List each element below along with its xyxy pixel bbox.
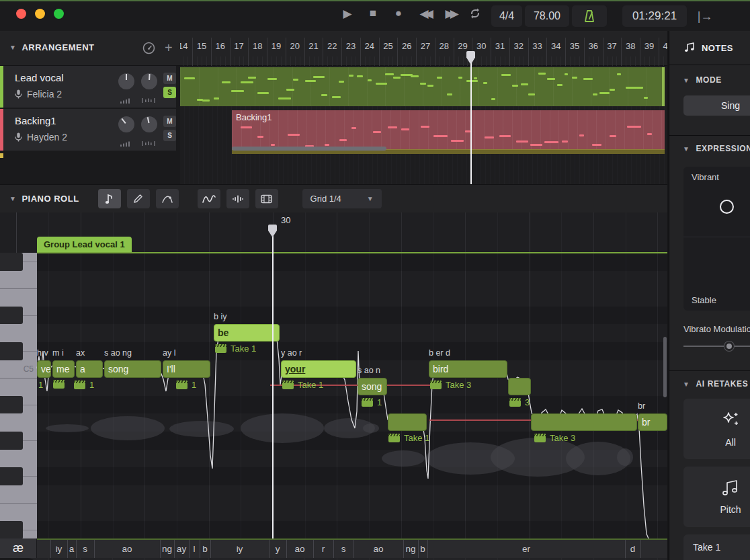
time-signature-display[interactable]: 4/4 [491, 5, 522, 27]
phoneme-segment[interactable]: ao [122, 544, 132, 554]
phoneme-boundary[interactable] [269, 540, 269, 559]
record-icon[interactable]: ● [390, 5, 407, 22]
go-to-end-icon[interactable]: |→ [694, 5, 716, 27]
phoneme-boundary[interactable] [200, 540, 200, 559]
slider-handle[interactable] [724, 342, 734, 351]
bar-number[interactable]: 33 [532, 41, 542, 51]
tempo-display[interactable]: 78.00 [525, 5, 569, 27]
take-label[interactable]: 3 [509, 397, 530, 407]
note-a[interactable]: a [76, 360, 103, 378]
take-label[interactable]: Take 1 [282, 380, 323, 390]
lead-vocal-clip[interactable] [180, 67, 665, 106]
phoneme-segment[interactable]: ao [294, 544, 304, 554]
phoneme-label[interactable]: ax [76, 348, 85, 358]
phoneme-segment[interactable]: y [276, 544, 280, 554]
phoneme-boundary[interactable] [427, 540, 428, 559]
pitch-curve-view-button[interactable] [198, 189, 220, 208]
solo-button[interactable]: S [163, 87, 176, 98]
close-window-button[interactable] [16, 9, 26, 19]
track-lead-vocal[interactable]: Lead vocal Felicia 2 M S [0, 66, 176, 108]
bar-number[interactable]: 15 [197, 41, 206, 51]
maximize-window-button[interactable] [54, 9, 64, 19]
bar-number[interactable]: 40 [663, 41, 667, 51]
timeline-ruler[interactable]: 1415161718192021222324252627282930313233… [180, 31, 667, 66]
bar-number[interactable]: 16 [216, 41, 225, 51]
mode-sing-button[interactable]: Sing [683, 95, 750, 116]
phoneme-timeline[interactable]: iyasaongaylbiyyaorsaongberd [0, 538, 667, 558]
volume-knob[interactable] [118, 73, 134, 89]
pencil-tool-button[interactable] [127, 189, 150, 208]
ai-retakes-section-toggle[interactable]: ▼ AI RETAKES [669, 379, 748, 389]
phoneme-segment[interactable]: d [630, 544, 636, 554]
phoneme-segment[interactable]: s [341, 544, 346, 554]
mute-button[interactable]: M [163, 73, 176, 84]
bar-number[interactable]: 18 [253, 41, 262, 51]
phoneme-boundary[interactable] [640, 540, 641, 559]
phoneme-boundary[interactable] [50, 540, 51, 559]
phoneme-label[interactable]: m i [52, 348, 64, 358]
expression-xy-pad[interactable]: Vibrant Stable [683, 167, 750, 311]
take-label[interactable]: Take 1 [215, 344, 256, 354]
note-I'll[interactable]: I'll [163, 360, 210, 378]
video-view-button[interactable] [255, 189, 278, 208]
loop-icon[interactable] [467, 5, 483, 22]
note-song[interactable]: song [104, 360, 161, 378]
phoneme-segment[interactable]: ay [177, 544, 186, 554]
phoneme-segment[interactable]: l [194, 544, 196, 554]
note-be[interactable]: be [214, 324, 280, 342]
tempo-map-icon[interactable] [142, 42, 155, 57]
bar-number[interactable]: 37 [607, 41, 616, 51]
backing1-clip[interactable]: Backing1 [232, 110, 665, 149]
phoneme-segment[interactable]: b [420, 544, 425, 554]
phoneme-label[interactable]: h v [37, 348, 48, 358]
phoneme-boundary[interactable] [94, 540, 95, 559]
phoneme-label[interactable]: s ao n [358, 366, 380, 375]
bar-number[interactable]: 32 [514, 41, 524, 51]
rewind-icon[interactable]: ◀◀ [416, 5, 432, 22]
phoneme-segment[interactable]: r [322, 544, 325, 554]
metronome-toggle[interactable] [572, 5, 607, 27]
bar-number[interactable]: 23 [346, 41, 356, 51]
bar-number[interactable]: 39 [644, 41, 654, 51]
take-label[interactable]: Take 3 [534, 433, 575, 443]
take-label[interactable]: 1 [74, 380, 94, 390]
note-ve[interactable]: ve [37, 360, 51, 378]
take-label[interactable]: Take 3 [430, 380, 471, 390]
bar-number[interactable]: 25 [383, 41, 392, 51]
note-rest[interactable] [531, 413, 637, 431]
phoneme-boundary[interactable] [67, 540, 68, 559]
phoneme-boundary[interactable] [160, 540, 161, 559]
expression-section-toggle[interactable]: ▼ EXPRESSION [669, 144, 750, 153]
phoneme-boundary[interactable] [625, 540, 626, 559]
pan-knob[interactable] [141, 116, 157, 132]
phoneme-segment[interactable]: iy [237, 544, 243, 554]
vibrato-modulation-slider[interactable] [683, 342, 750, 351]
note-me[interactable]: me [52, 360, 75, 378]
phoneme-segment[interactable]: ng [405, 544, 415, 554]
phoneme-boundary[interactable] [76, 540, 77, 559]
pan-knob[interactable] [141, 73, 157, 89]
ai-retake-pitch-button[interactable]: Pitch [683, 467, 750, 527]
note-tool-button[interactable] [98, 189, 121, 208]
phoneme-segment[interactable]: b [202, 544, 208, 554]
phoneme-boundary[interactable] [313, 540, 314, 559]
play-icon[interactable]: ▶ [339, 5, 356, 22]
mute-button[interactable]: M [163, 116, 176, 127]
take-label[interactable]: Take 1 [388, 433, 429, 443]
bar-number[interactable]: 20 [290, 41, 300, 51]
fast-forward-icon[interactable]: ▶▶ [442, 5, 458, 22]
bar-number[interactable]: 36 [589, 41, 598, 51]
phoneme-segment[interactable]: er [522, 544, 530, 554]
bar-number[interactable]: 19 [272, 41, 281, 51]
note-br[interactable]: br [638, 413, 667, 431]
phoneme-label[interactable]: br [638, 401, 645, 411]
minimize-window-button[interactable] [35, 9, 45, 19]
phoneme-label[interactable]: s ao ng [104, 348, 132, 358]
note-song[interactable]: song [358, 378, 387, 395]
note-rest[interactable] [388, 413, 427, 431]
phoneme-boundary[interactable] [189, 540, 190, 559]
phoneme-label[interactable]: b iy [214, 312, 226, 321]
arrangement-scrollbar[interactable] [232, 147, 386, 151]
bar-number[interactable]: 14 [180, 41, 188, 51]
phoneme-segment[interactable]: s [83, 544, 87, 554]
